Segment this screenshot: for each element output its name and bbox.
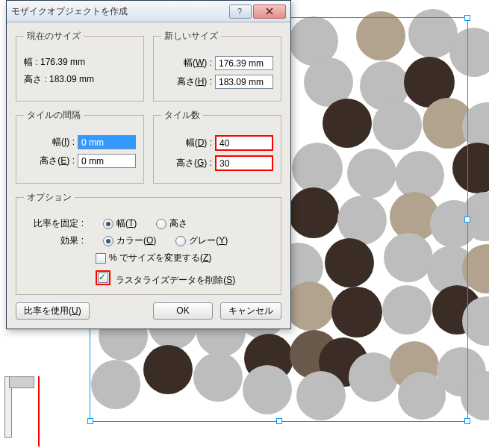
checkbox-icon [98, 273, 108, 283]
spacing-height-label: 高さ(E) : [24, 155, 75, 167]
radio-dot-icon [103, 219, 113, 229]
current-width: 幅 : 176.39 mm [24, 56, 136, 69]
ok-button[interactable]: OK [153, 302, 213, 320]
effect-color-radio[interactable]: カラー(O) [103, 234, 156, 247]
radio-dot-icon [156, 219, 166, 229]
cancel-button[interactable]: キャンセル [220, 302, 281, 320]
group-options: オプション 比率を固定 : 幅(T) 高さ 効果 : カラー(O) [16, 191, 281, 295]
new-width-label: 幅(W) : [161, 57, 212, 69]
close-button[interactable] [253, 4, 286, 19]
constrain-ratio-label: 比率を固定 : [30, 217, 84, 230]
spacing-height-input[interactable] [78, 154, 136, 168]
svg-text:?: ? [237, 7, 242, 15]
dialog-title: モザイクオブジェクトを作成 [11, 5, 229, 18]
group-new-size: 新しいサイズ 幅(W) : 高さ(H) : [153, 30, 281, 102]
legend-current-size: 現在のサイズ [24, 30, 84, 43]
group-tile-spacing: タイルの間隔 幅(I) : 高さ(E) : [16, 109, 144, 184]
mosaic-dialog: モザイクオブジェクトを作成 ? 現在のサイズ 幅 : 176.39 mm 高さ … [6, 0, 291, 329]
effect-label: 効果 : [30, 234, 84, 247]
ruler-corner [0, 373, 45, 448]
legend-new-size: 新しいサイズ [161, 30, 221, 43]
legend-options: オプション [24, 191, 75, 204]
count-height-input[interactable] [215, 155, 273, 171]
help-button[interactable]: ? [229, 4, 252, 19]
effect-gray-radio[interactable]: グレー(Y) [175, 234, 228, 247]
count-width-label: 幅(D) : [161, 137, 212, 149]
delete-raster-check[interactable] [96, 270, 110, 285]
handle-top-right[interactable] [464, 15, 470, 21]
handle-bottom-right[interactable] [464, 418, 470, 424]
legend-tile-count: タイル数 [161, 109, 203, 122]
ratio-height-radio[interactable]: 高さ [156, 217, 187, 230]
ratio-width-radio[interactable]: 幅(T) [103, 217, 137, 230]
radio-dot-icon [103, 236, 113, 246]
titlebar[interactable]: モザイクオブジェクトを作成 ? [7, 1, 290, 22]
handle-right[interactable] [464, 217, 470, 223]
legend-tile-spacing: タイルの間隔 [24, 109, 84, 122]
resize-percent-check[interactable]: % でサイズを変更する(Z) [96, 252, 211, 264]
handle-bottom-left[interactable] [87, 418, 93, 424]
radio-dot-icon [175, 236, 186, 246]
spacing-width-label: 幅(I) : [24, 136, 75, 149]
new-width-input[interactable] [215, 56, 273, 70]
new-height-input[interactable] [215, 75, 273, 89]
count-width-input[interactable] [215, 135, 273, 151]
new-height-label: 高さ(H) : [161, 75, 212, 88]
current-height: 高さ : 183.09 mm [24, 73, 136, 86]
group-tile-count: タイル数 幅(D) : 高さ(G) : [153, 109, 281, 184]
count-height-label: 高さ(G) : [161, 157, 212, 169]
group-current-size: 現在のサイズ 幅 : 176.39 mm 高さ : 183.09 mm [16, 30, 144, 102]
checkbox-icon [96, 253, 106, 264]
spacing-width-input[interactable] [78, 135, 136, 149]
handle-bottom[interactable] [276, 418, 282, 424]
use-ratio-button[interactable]: 比率を使用(U) [16, 302, 90, 320]
